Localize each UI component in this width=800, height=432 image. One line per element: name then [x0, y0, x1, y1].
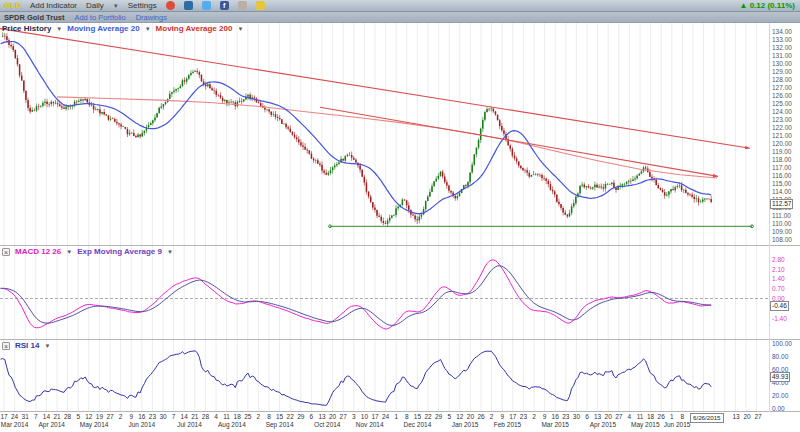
macd-pane[interactable]: × MACD 12 26 ▼ Exp Moving Average 9 ▼: [0, 246, 800, 339]
settings-button[interactable]: Settings: [128, 1, 157, 10]
price-history-dropdown[interactable]: Price History: [2, 24, 51, 33]
month-label: Jun 2015: [647, 421, 707, 428]
ma200-line: [57, 97, 717, 178]
macd-dropdown[interactable]: MACD 12 26: [15, 247, 61, 256]
rsi-close-button[interactable]: ×: [2, 342, 10, 350]
date-axis: 6/26/2015 172431Mar 20147142128Apr 20145…: [0, 412, 800, 432]
macd-canvas[interactable]: [0, 246, 770, 339]
add-to-portfolio-link[interactable]: Add to Portfolio: [74, 13, 125, 22]
email-icon[interactable]: [256, 1, 265, 10]
rsi-canvas[interactable]: [0, 340, 770, 411]
candlesticks: [2, 32, 712, 227]
week-tick-label: 8: [674, 413, 690, 420]
rsi-pane[interactable]: × RSI 14 ▼: [0, 340, 800, 411]
googleplus-icon[interactable]: [166, 1, 175, 10]
add-indicator-button[interactable]: Add Indicator: [30, 1, 77, 10]
macd-caret-icon[interactable]: ▼: [66, 249, 72, 255]
macd-close-button[interactable]: ×: [2, 248, 10, 256]
future-week-tick-label: 27: [750, 413, 766, 420]
macd-gridlines: [4, 246, 757, 339]
timeframe-caret-icon[interactable]: ▼: [113, 3, 119, 9]
twitter-icon[interactable]: [202, 1, 211, 10]
top-toolbar: GLD Add Indicator Daily ▼ Settings f ▲ 0…: [0, 0, 800, 12]
ma200-caret-icon[interactable]: ▼: [237, 26, 243, 32]
symbol-name-label: SPDR Gold Trust: [4, 13, 64, 22]
facebook-icon[interactable]: f: [220, 1, 229, 10]
print-icon[interactable]: [238, 1, 247, 10]
ma20-line: [1, 42, 712, 214]
macd-header: × MACD 12 26 ▼ Exp Moving Average 9 ▼: [2, 247, 173, 256]
price-chart-canvas[interactable]: [0, 23, 770, 245]
rsi-dropdown[interactable]: RSI 14: [15, 341, 39, 350]
rsi-gridlines: [4, 340, 757, 411]
price-history-caret-icon[interactable]: ▼: [56, 26, 62, 32]
macd-line: [1, 260, 712, 329]
price-indicator-row: Price History ▼ Moving Average 20 ▼ Movi…: [2, 24, 243, 33]
macd-signal-line: [1, 266, 712, 326]
timeframe-select[interactable]: Daily: [86, 1, 104, 10]
price-chart-pane[interactable]: Price History ▼ Moving Average 20 ▼ Movi…: [0, 23, 800, 245]
macd-signal-dropdown[interactable]: Exp Moving Average 9: [77, 247, 162, 256]
rsi-line: [1, 351, 712, 406]
rsi-header: × RSI 14 ▼: [2, 341, 50, 350]
price-change-readout: ▲ 0.12 (0.11%): [739, 1, 795, 10]
symbol-info-bar: SPDR Gold Trust Add to Portfolio Drawing…: [0, 12, 800, 23]
axis-divider: [769, 23, 770, 412]
drawings-menu-link[interactable]: Drawings: [136, 13, 167, 22]
ma200-dropdown[interactable]: Moving Average 200: [156, 24, 233, 33]
macd-signal-caret-icon[interactable]: ▼: [167, 249, 173, 255]
ma20-caret-icon[interactable]: ▼: [145, 26, 151, 32]
ma20-dropdown[interactable]: Moving Average 20: [67, 24, 139, 33]
up-arrow-icon: ▲: [739, 1, 747, 10]
stocktwits-icon[interactable]: [184, 1, 193, 10]
price-gridlines: [4, 23, 757, 245]
rsi-caret-icon[interactable]: ▼: [44, 343, 50, 349]
symbol-box[interactable]: GLD: [4, 1, 21, 10]
charting-app-window: GLD Add Indicator Daily ▼ Settings f ▲ 0…: [0, 0, 800, 432]
